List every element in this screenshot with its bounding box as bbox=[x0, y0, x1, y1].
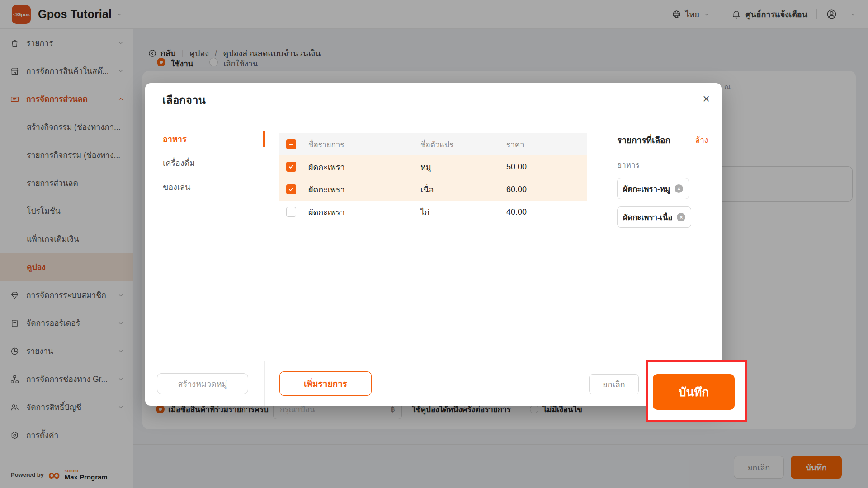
modal-body: อาหาร เครื่องดื่ม ของเล่น ชื่อรายการ ชื่… bbox=[145, 117, 722, 361]
select-dish-modal: เลือกจาน × อาหาร เครื่องดื่ม ของเล่น ชื่… bbox=[145, 83, 722, 406]
row-checkbox-checked[interactable] bbox=[286, 184, 296, 194]
chip-remove-icon[interactable]: × bbox=[675, 184, 683, 193]
category-tab-drinks[interactable]: เครื่องดื่ม bbox=[145, 151, 264, 175]
modal-footer: สร้างหมวดหมู่ เพิ่มรายการ ยกเลิก bbox=[145, 361, 722, 406]
row-checkbox-checked[interactable] bbox=[286, 162, 296, 172]
clear-selection-button[interactable]: ล้าง bbox=[695, 134, 708, 146]
selected-chip: ผัดกะเพรา-หมู × bbox=[617, 178, 689, 199]
add-item-button[interactable]: เพิ่มรายการ bbox=[279, 371, 372, 396]
selected-items-panel: รายการที่เลือก ล้าง อาหาร ผัดกะเพรา-หมู … bbox=[601, 117, 722, 361]
table-row[interactable]: ผัดกะเพรา ไก่ 40.00 bbox=[279, 201, 587, 223]
tutorial-highlight-box: บันทึก bbox=[646, 360, 747, 422]
chip-remove-icon[interactable]: × bbox=[677, 213, 685, 221]
table-header-row: ชื่อรายการ ชื่อตัวแปร ราคา bbox=[279, 133, 587, 155]
selected-panel-title: รายการที่เลือก bbox=[617, 134, 677, 147]
select-all-checkbox-indeterminate[interactable] bbox=[286, 139, 296, 149]
category-tab-food[interactable]: อาหาร bbox=[145, 127, 264, 151]
modal-save-button[interactable]: บันทึก bbox=[653, 374, 735, 410]
column-header-name: ชื่อรายการ bbox=[308, 138, 420, 150]
column-header-price: ราคา bbox=[506, 138, 587, 150]
category-panel: อาหาร เครื่องดื่ม ของเล่น bbox=[145, 117, 264, 361]
table-row[interactable]: ผัดกะเพรา เนื่อ 60.00 bbox=[279, 178, 587, 201]
modal-title: เลือกจาน bbox=[162, 91, 206, 109]
category-tab-toys[interactable]: ของเล่น bbox=[145, 175, 264, 199]
selected-group-label: อาหาร bbox=[617, 159, 722, 171]
row-checkbox-unchecked[interactable] bbox=[286, 207, 296, 217]
footer-panel-divider bbox=[264, 361, 265, 406]
modal-header: เลือกจาน × bbox=[145, 83, 722, 117]
close-icon[interactable]: × bbox=[703, 93, 710, 105]
selected-chip: ผัดกะเพรา-เนื่อ × bbox=[617, 206, 691, 228]
table-row[interactable]: ผัดกะเพรา หมู 50.00 bbox=[279, 155, 587, 178]
modal-cancel-button[interactable]: ยกเลิก bbox=[589, 374, 639, 394]
column-header-variant: ชื่อตัวแปร bbox=[420, 138, 506, 150]
create-category-button[interactable]: สร้างหมวดหมู่ bbox=[157, 373, 248, 394]
items-table: ชื่อรายการ ชื่อตัวแปร ราคา ผัดกะเพรา หมู… bbox=[279, 133, 587, 223]
